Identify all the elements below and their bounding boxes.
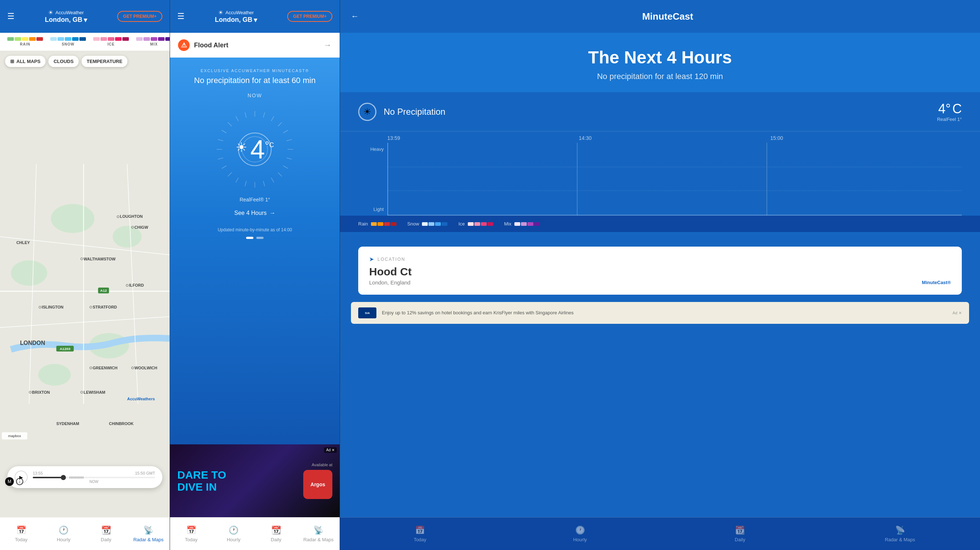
see-hours-button[interactable]: See 4 Hours → bbox=[234, 210, 275, 216]
mix-label: MIX bbox=[150, 42, 158, 46]
calendar-icon-p3: 📅 bbox=[415, 526, 425, 535]
panel1-topbar: ☰ ☀ AccuWeather London, GB ▾ GET PREMIUM… bbox=[0, 0, 170, 33]
back-button[interactable]: ← bbox=[351, 12, 359, 21]
snow-legend-strip: Snow bbox=[407, 221, 448, 226]
timeline-track: 13:55 15:50 GMT bbox=[33, 471, 155, 484]
nav-radar-p3[interactable]: 📡 Radar & Maps bbox=[820, 522, 980, 546]
svg-line-56 bbox=[245, 181, 247, 186]
rain-lc-2 bbox=[377, 222, 383, 226]
nav-daily-p1[interactable]: 📆 Daily bbox=[85, 522, 127, 546]
nav-hourly-p2[interactable]: 🕐 Hourly bbox=[213, 522, 255, 546]
ad-p3-text: Enjoy up to 12% savings on hotel booking… bbox=[382, 309, 574, 316]
warning-icon: ⚠ bbox=[178, 39, 190, 51]
ad-right: Available at Argos bbox=[303, 462, 332, 499]
chevron-down-icon: ▾ bbox=[84, 16, 87, 24]
ad-p3-badge[interactable]: Ad ✕ bbox=[952, 311, 962, 316]
nav-hourly-p1[interactable]: 🕐 Hourly bbox=[43, 522, 85, 546]
timeline-slider[interactable] bbox=[33, 477, 155, 478]
rain-lc-4 bbox=[391, 222, 396, 226]
svg-text:mapbox: mapbox bbox=[8, 434, 21, 438]
daily-icon: 📆 bbox=[101, 526, 111, 535]
nav-today-label: Today bbox=[15, 537, 28, 542]
svg-line-58 bbox=[228, 173, 232, 177]
map-controls: ⊞ ALL MAPS CLOUDS TEMPERATURE bbox=[5, 56, 127, 67]
sun-logo-icon: ☀ bbox=[48, 9, 53, 16]
app-name-p2: AccuWeather bbox=[225, 10, 254, 15]
all-maps-button[interactable]: ⊞ ALL MAPS bbox=[5, 56, 46, 67]
svg-point-3 bbox=[11, 260, 47, 286]
svg-text:CHLEY: CHLEY bbox=[16, 241, 30, 245]
ad-headline: DARE TO DIVE IN bbox=[177, 469, 303, 493]
ad-headline-1: DARE TO bbox=[177, 469, 226, 481]
ad-badge-p2[interactable]: Ad ✕ bbox=[324, 447, 337, 453]
map-attribution: M i bbox=[5, 477, 23, 486]
location-section-container: ➤ LOCATION Hood Ct London, England Minut… bbox=[340, 232, 980, 517]
location-display[interactable]: London, GB ▾ bbox=[45, 16, 87, 24]
ice-color-3 bbox=[108, 37, 114, 41]
svg-text:LOUGHTON: LOUGHTON bbox=[120, 214, 143, 218]
location-section-label: LOCATION bbox=[377, 257, 405, 262]
mix-color-4 bbox=[158, 37, 165, 41]
nav-today-p1[interactable]: 📅 Today bbox=[0, 522, 43, 546]
ice-color-2 bbox=[100, 37, 107, 41]
flood-alert-bar[interactable]: ⚠ Flood Alert → bbox=[170, 33, 340, 57]
clock-icon: 🕐 bbox=[59, 526, 68, 535]
location-display-p2[interactable]: London, GB ▾ bbox=[215, 16, 257, 24]
svg-text:LONDON: LONDON bbox=[20, 340, 45, 346]
svg-text:STRATFORD: STRATFORD bbox=[92, 305, 117, 309]
nav-hourly-label: Hourly bbox=[57, 537, 71, 542]
ice-lc-2 bbox=[474, 222, 480, 226]
premium-button-p2[interactable]: GET PREMIUM+ bbox=[287, 11, 332, 22]
nav-hourly-p3[interactable]: 🕐 Hourly bbox=[500, 522, 660, 546]
rain-color-1 bbox=[7, 37, 14, 41]
temperature-button[interactable]: TEMPERATURE bbox=[81, 56, 127, 67]
svg-text:ILFORD: ILFORD bbox=[129, 283, 144, 287]
ad-p3-content: SIA Enjoy up to 12% savings on hotel boo… bbox=[358, 308, 574, 318]
ice-lc-1 bbox=[468, 222, 474, 226]
svg-text:ISLINGTON: ISLINGTON bbox=[42, 305, 64, 309]
svg-line-44 bbox=[263, 113, 265, 118]
svg-line-51 bbox=[283, 166, 288, 169]
calendar-icon-p2: 📅 bbox=[186, 526, 196, 535]
ice-color-4 bbox=[115, 37, 122, 41]
nav-daily-label-p2: Daily bbox=[271, 537, 282, 542]
nav-radar-p1[interactable]: 📡 Radar & Maps bbox=[127, 522, 170, 546]
chart-container: Heavy Light bbox=[358, 143, 962, 216]
svg-text:LEWISHAM: LEWISHAM bbox=[84, 390, 106, 394]
map-area[interactable]: ⊞ ALL MAPS CLOUDS TEMPERATURE bbox=[0, 51, 170, 517]
location-section: ➤ LOCATION Hood Ct London, England Minut… bbox=[358, 247, 962, 295]
mix-lc-1 bbox=[514, 222, 520, 226]
chart-plot bbox=[387, 143, 962, 216]
panel3-bottom-nav: 📅 Today 🕐 Hourly 📆 Daily 📡 Radar & Maps bbox=[340, 517, 980, 550]
nav-daily-p3[interactable]: 📆 Daily bbox=[660, 522, 820, 546]
exclusive-label: EXCLUSIVE ACCUWEATHER MINUTECAST® bbox=[200, 69, 309, 73]
snow-lc-2 bbox=[428, 222, 434, 226]
timeline-bar: ▶ 13:55 15:50 GMT bbox=[7, 466, 162, 488]
time-label-3: 15:00 bbox=[770, 135, 962, 141]
nav-today-p2[interactable]: 📅 Today bbox=[170, 522, 213, 546]
dot-2 bbox=[256, 237, 264, 239]
ad-logo-text: Argos bbox=[310, 481, 325, 487]
premium-button[interactable]: GET PREMIUM+ bbox=[117, 11, 162, 22]
clouds-button[interactable]: CLOUDS bbox=[48, 56, 79, 67]
rain-lc-3 bbox=[384, 222, 390, 226]
location-name-large: Hood Ct bbox=[369, 266, 951, 278]
timeline-end: 15:50 GMT bbox=[135, 471, 155, 475]
menu-icon-p2[interactable]: ☰ bbox=[177, 12, 185, 21]
vline-2 bbox=[577, 143, 578, 215]
nav-radar-label: Radar & Maps bbox=[133, 537, 164, 542]
nav-radar-label-p2: Radar & Maps bbox=[303, 537, 334, 542]
nav-daily-p2[interactable]: 📆 Daily bbox=[255, 522, 298, 546]
svg-line-66 bbox=[245, 113, 247, 118]
ad-panel-3: SIA Enjoy up to 12% savings on hotel boo… bbox=[351, 302, 969, 324]
tick bbox=[74, 477, 75, 478]
nav-radar-p2[interactable]: 📡 Radar & Maps bbox=[298, 522, 340, 546]
nav-today-p3[interactable]: 📅 Today bbox=[340, 522, 500, 546]
minutecast-section: EXCLUSIVE ACCUWEATHER MINUTECAST® No pre… bbox=[170, 57, 340, 444]
svg-line-57 bbox=[236, 178, 239, 182]
menu-icon[interactable]: ☰ bbox=[7, 12, 14, 21]
clock-icon-p3: 🕐 bbox=[575, 526, 585, 535]
mix-legend: MIX bbox=[136, 37, 170, 46]
temp-display: ☀ 4 ° C bbox=[235, 136, 274, 163]
minutecast-main-panel: ☰ ☀ AccuWeather London, GB ▾ GET PREMIUM… bbox=[170, 0, 340, 550]
